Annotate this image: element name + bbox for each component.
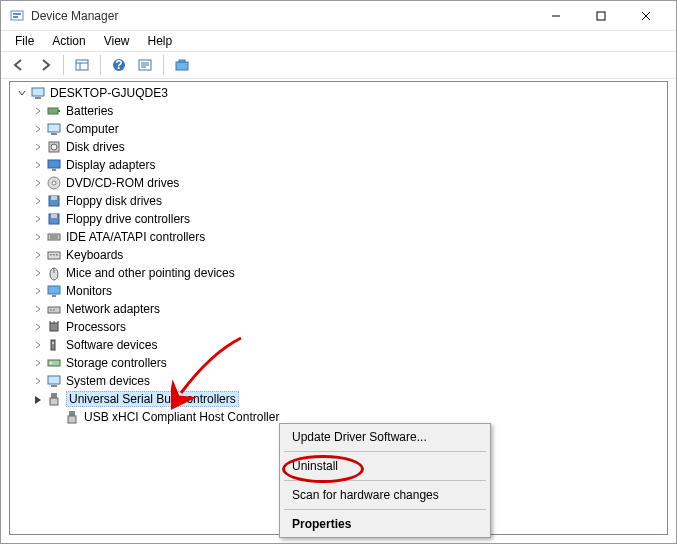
tree-item[interactable]: Network adapters <box>14 300 663 318</box>
tree-item[interactable]: System devices <box>14 372 663 390</box>
svg-rect-2 <box>13 16 18 18</box>
tree-root[interactable]: DESKTOP-GJUQDE3 <box>14 84 663 102</box>
tree-item-label: Computer <box>66 122 119 136</box>
floppy-ctrl-icon <box>46 211 62 227</box>
tree-item[interactable]: Software devices <box>14 336 663 354</box>
svg-rect-4 <box>597 12 605 20</box>
keyboard-icon <box>46 247 62 263</box>
tree-item-label: Mice and other pointing devices <box>66 266 235 280</box>
svg-rect-34 <box>48 234 60 240</box>
svg-rect-1 <box>13 13 21 15</box>
chevron-right-icon[interactable] <box>32 177 44 189</box>
tree-item-label: Floppy disk drives <box>66 194 162 208</box>
scan-button[interactable] <box>170 53 194 77</box>
tree-item[interactable]: Batteries <box>14 102 663 120</box>
chevron-right-icon[interactable] <box>32 213 44 225</box>
help-button[interactable]: ? <box>107 53 131 77</box>
svg-rect-26 <box>48 160 60 168</box>
tree-item[interactable]: Floppy disk drives <box>14 192 663 210</box>
svg-text:?: ? <box>115 58 122 72</box>
tree-item-label: Floppy drive controllers <box>66 212 190 226</box>
menu-file[interactable]: File <box>7 32 42 50</box>
svg-point-46 <box>50 309 52 311</box>
toolbar: ? <box>1 51 676 79</box>
tree-item[interactable]: Processors <box>14 318 663 336</box>
chevron-down-icon[interactable] <box>16 87 28 99</box>
chevron-right-icon[interactable] <box>32 141 44 153</box>
chevron-right-icon[interactable] <box>32 249 44 261</box>
tree-item-label: Software devices <box>66 338 157 352</box>
chevron-right-icon[interactable] <box>32 375 44 387</box>
tree-item[interactable]: Disk drives <box>14 138 663 156</box>
software-icon <box>46 337 62 353</box>
menu-action[interactable]: Action <box>44 32 93 50</box>
chevron-right-icon[interactable] <box>32 267 44 279</box>
toolbar-separator <box>63 55 64 75</box>
tree-item[interactable]: Storage controllers <box>14 354 663 372</box>
tree-item[interactable]: Floppy drive controllers <box>14 210 663 228</box>
svg-rect-17 <box>179 60 185 62</box>
processor-icon <box>46 319 62 335</box>
chevron-right-icon[interactable] <box>32 285 44 297</box>
tree-item[interactable]: Computer <box>14 120 663 138</box>
ctx-update-driver[interactable]: Update Driver Software... <box>282 426 488 448</box>
tree-item-label: Processors <box>66 320 126 334</box>
svg-rect-59 <box>50 398 58 405</box>
tree-item[interactable]: Universal Serial Bus controllers <box>14 390 663 408</box>
chevron-right-icon[interactable] <box>32 321 44 333</box>
svg-rect-44 <box>52 295 56 297</box>
ctx-separator <box>284 451 486 452</box>
show-hide-button[interactable] <box>70 53 94 77</box>
svg-rect-53 <box>52 342 54 344</box>
computer-icon <box>30 85 46 101</box>
tree-item[interactable]: IDE ATA/ATAPI controllers <box>14 228 663 246</box>
svg-rect-57 <box>51 385 57 387</box>
tree-item-label: USB xHCI Compliant Host Controller <box>84 410 279 424</box>
svg-rect-18 <box>32 88 44 96</box>
tree-item[interactable]: Display adapters <box>14 156 663 174</box>
chevron-right-icon[interactable] <box>32 357 44 369</box>
maximize-button[interactable] <box>578 1 623 30</box>
svg-point-55 <box>50 362 52 364</box>
monitor-icon <box>46 283 62 299</box>
svg-point-25 <box>51 144 57 150</box>
menu-view[interactable]: View <box>96 32 138 50</box>
close-button[interactable] <box>623 1 668 30</box>
disk-icon <box>46 139 62 155</box>
back-button[interactable] <box>7 53 31 77</box>
svg-rect-54 <box>48 360 60 366</box>
tree-item[interactable]: Mice and other pointing devices <box>14 264 663 282</box>
network-icon <box>46 301 62 317</box>
ctx-uninstall[interactable]: Uninstall <box>282 455 488 477</box>
tree-item[interactable]: Keyboards <box>14 246 663 264</box>
svg-rect-16 <box>176 62 188 70</box>
chevron-right-icon[interactable] <box>32 303 44 315</box>
chevron-right-icon[interactable] <box>32 393 44 405</box>
tree-item[interactable]: DVD/CD-ROM drives <box>14 174 663 192</box>
tree-item-label: Keyboards <box>66 248 123 262</box>
toolbar-separator <box>100 55 101 75</box>
chevron-right-icon[interactable] <box>32 231 44 243</box>
forward-button[interactable] <box>33 53 57 77</box>
tree-item-label: Batteries <box>66 104 113 118</box>
svg-rect-58 <box>51 393 57 398</box>
chevron-right-icon[interactable] <box>32 339 44 351</box>
menu-help[interactable]: Help <box>140 32 181 50</box>
minimize-button[interactable] <box>533 1 578 30</box>
ctx-scan[interactable]: Scan for hardware changes <box>282 484 488 506</box>
battery-icon <box>46 103 62 119</box>
tree-item-label: System devices <box>66 374 150 388</box>
svg-rect-31 <box>51 196 57 200</box>
properties-button[interactable] <box>133 53 157 77</box>
svg-rect-27 <box>52 169 56 171</box>
app-icon <box>9 8 25 24</box>
ctx-properties[interactable]: Properties <box>282 513 488 535</box>
tree-item[interactable]: Monitors <box>14 282 663 300</box>
svg-rect-21 <box>58 110 60 112</box>
chevron-right-icon[interactable] <box>32 159 44 171</box>
chevron-right-icon[interactable] <box>32 195 44 207</box>
svg-rect-0 <box>11 11 23 20</box>
chevron-right-icon[interactable] <box>32 105 44 117</box>
chevron-right-icon[interactable] <box>32 123 44 135</box>
svg-rect-40 <box>56 254 58 256</box>
